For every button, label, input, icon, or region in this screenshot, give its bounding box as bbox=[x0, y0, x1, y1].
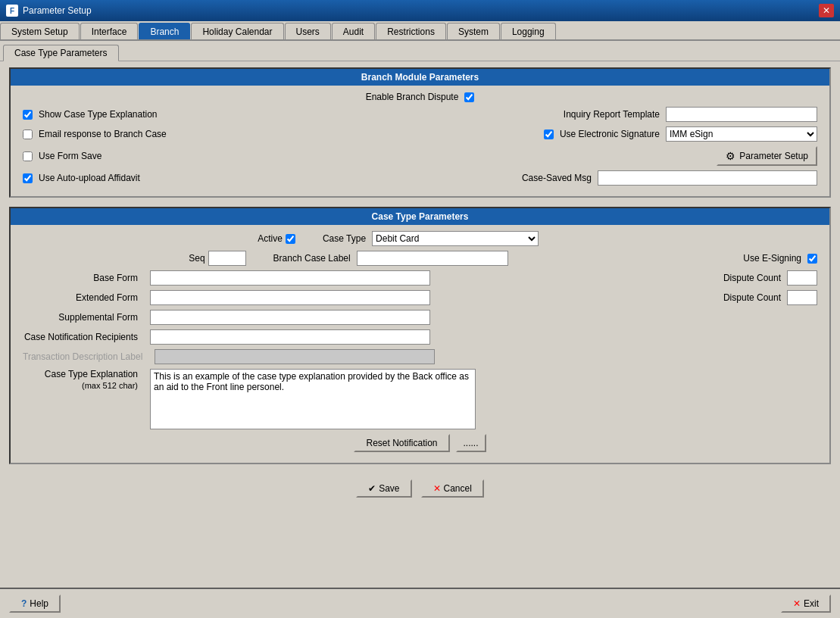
save-icon: ✔ bbox=[368, 483, 376, 494]
show-case-inquiry-row: Show Case Type Explanation Inquiry Repor… bbox=[23, 107, 817, 122]
tab-audit[interactable]: Audit bbox=[332, 23, 375, 39]
branch-case-label-input[interactable]: Debit Card bbox=[357, 251, 508, 266]
extended-form-input[interactable]: DebitCard_Finser_Extended bbox=[150, 290, 430, 305]
base-form-input[interactable]: DebitCard_Finser bbox=[150, 270, 430, 286]
exit-button[interactable]: ✕ Exit bbox=[781, 595, 831, 613]
transaction-desc-row: Transaction Description Label bbox=[23, 349, 817, 364]
use-esigning-label: Use E-Signing bbox=[743, 253, 801, 264]
case-type-header: Case Type Parameters bbox=[11, 208, 829, 225]
extended-form-row: Extended Form DebitCard_Finser_Extended … bbox=[23, 290, 817, 305]
use-esign-checkbox[interactable] bbox=[544, 130, 554, 139]
parameter-setup-button[interactable]: ⚙ Parameter Setup bbox=[717, 146, 817, 166]
sub-tab-bar: Case Type Parameters bbox=[0, 41, 840, 61]
case-notification-label: Case Notification Recipients bbox=[23, 332, 144, 342]
base-form-row: Base Form DebitCard_Finser Dispute Count… bbox=[23, 270, 817, 286]
branch-module-panel: Branch Module Parameters Enable Branch D… bbox=[9, 67, 831, 198]
branch-module-header: Branch Module Parameters bbox=[11, 69, 829, 86]
action-button-bar: ✔ Save ✕ Cancel bbox=[9, 473, 831, 504]
case-saved-msg-input[interactable] bbox=[598, 170, 817, 186]
gear-icon: ⚙ bbox=[726, 150, 735, 162]
base-dispute-count-label: Dispute Count bbox=[723, 273, 781, 283]
title-bar: F Parameter Setup ✕ bbox=[0, 0, 840, 21]
main-tab-bar: System Setup Interface Branch Holiday Ca… bbox=[0, 21, 840, 41]
seq-label: Seq bbox=[189, 253, 205, 264]
case-type-explanation-sublabel: (max 512 char) bbox=[82, 381, 138, 390]
email-esign-row: Email response to Branch Case Use Electr… bbox=[23, 126, 817, 142]
cancel-button[interactable]: ✕ Cancel bbox=[421, 479, 484, 498]
extended-dispute-count-input[interactable]: 30 bbox=[787, 290, 817, 305]
active-checkbox[interactable] bbox=[286, 234, 295, 244]
notification-row: Case Notification Recipients bernhardz@f… bbox=[23, 329, 817, 345]
email-response-checkbox[interactable] bbox=[23, 130, 33, 139]
seq-input[interactable]: 45 bbox=[208, 251, 246, 266]
use-auto-upload-checkbox[interactable] bbox=[23, 173, 33, 183]
dots-button[interactable]: ...... bbox=[456, 434, 486, 452]
use-form-save-label: Use Form Save bbox=[39, 151, 101, 161]
explanation-row: Case Type Explanation (max 512 char) Thi… bbox=[23, 369, 817, 429]
tab-restrictions[interactable]: Restrictions bbox=[376, 23, 446, 39]
show-case-type-checkbox[interactable] bbox=[23, 110, 33, 120]
show-case-type-label: Show Case Type Explanation bbox=[39, 109, 158, 120]
enable-branch-dispute-row: Enable Branch Dispute bbox=[23, 92, 817, 102]
use-esigning-checkbox[interactable] bbox=[807, 254, 817, 264]
base-form-label: Base Form bbox=[23, 273, 144, 283]
inquiry-report-input[interactable] bbox=[666, 107, 817, 122]
extended-form-label: Extended Form bbox=[23, 292, 144, 303]
exit-icon: ✕ bbox=[793, 598, 801, 609]
inquiry-report-label: Inquiry Report Template bbox=[564, 109, 660, 120]
help-icon: ? bbox=[21, 598, 27, 609]
enable-branch-dispute-checkbox[interactable] bbox=[464, 92, 474, 102]
case-type-explanation-label: Case Type Explanation bbox=[45, 369, 138, 379]
reset-notification-button[interactable]: Reset Notification bbox=[354, 434, 449, 452]
use-auto-upload-label: Use Auto-upload Affidavit bbox=[39, 173, 140, 183]
esign-dropdown[interactable]: IMM eSign bbox=[666, 126, 817, 142]
use-form-save-checkbox[interactable] bbox=[23, 151, 33, 161]
app-icon: F bbox=[6, 5, 18, 17]
tab-logging[interactable]: Logging bbox=[501, 23, 556, 39]
email-response-label: Email response to Branch Case bbox=[39, 129, 167, 139]
case-type-panel: Case Type Parameters Active Case Type De… bbox=[9, 207, 831, 464]
case-type-explanation-textarea[interactable]: This is an example of the case type expl… bbox=[150, 369, 476, 429]
cancel-icon: ✕ bbox=[433, 483, 441, 494]
case-type-dropdown[interactable]: Debit Card Credit Card ACH Wire Transfer bbox=[372, 231, 539, 246]
case-saved-msg-label: Case-Saved Msg bbox=[522, 173, 592, 183]
branch-case-label-label: Branch Case Label bbox=[273, 253, 351, 264]
auto-upload-row: Use Auto-upload Affidavit Case-Saved Msg bbox=[23, 170, 817, 186]
transaction-desc-label: Transaction Description Label bbox=[23, 351, 148, 362]
extended-dispute-count-label: Dispute Count bbox=[723, 292, 781, 303]
tab-system-setup[interactable]: System Setup bbox=[0, 23, 80, 39]
use-esign-label: Use Electronic Signature bbox=[560, 129, 660, 139]
save-button[interactable]: ✔ Save bbox=[356, 479, 411, 498]
seq-label-row: Seq 45 Branch Case Label Debit Card Use … bbox=[23, 251, 817, 266]
form-save-row: Use Form Save ⚙ Parameter Setup bbox=[23, 146, 817, 166]
enable-branch-dispute-label: Enable Branch Dispute bbox=[366, 92, 459, 102]
supplemental-form-input[interactable] bbox=[150, 310, 430, 325]
sub-tab-case-type-params[interactable]: Case Type Parameters bbox=[3, 45, 119, 61]
supplemental-form-row: Supplemental Form bbox=[23, 310, 817, 325]
case-type-label: Case Type bbox=[323, 233, 366, 244]
supplemental-form-label: Supplemental Form bbox=[23, 312, 144, 323]
base-dispute-count-input[interactable]: 8 bbox=[787, 270, 817, 286]
tab-interface[interactable]: Interface bbox=[80, 23, 139, 39]
active-label: Active bbox=[258, 233, 283, 244]
tab-system[interactable]: System bbox=[447, 23, 500, 39]
active-casetype-row: Active Case Type Debit Card Credit Card … bbox=[23, 231, 817, 246]
main-content: Branch Module Parameters Enable Branch D… bbox=[0, 61, 840, 587]
help-button[interactable]: ? Help bbox=[9, 595, 61, 613]
tab-branch[interactable]: Branch bbox=[139, 23, 190, 39]
window-close-button[interactable]: ✕ bbox=[819, 4, 834, 17]
case-notification-input[interactable]: bernhardz@finser.com bbox=[150, 329, 430, 345]
footer-bar: ? Help ✕ Exit bbox=[0, 588, 840, 618]
reset-notification-row: Reset Notification ...... bbox=[23, 434, 817, 452]
tab-holiday-calendar[interactable]: Holiday Calendar bbox=[191, 23, 283, 39]
transaction-desc-input bbox=[155, 349, 435, 364]
tab-users[interactable]: Users bbox=[285, 23, 331, 39]
window-title: Parameter Setup bbox=[23, 5, 92, 16]
